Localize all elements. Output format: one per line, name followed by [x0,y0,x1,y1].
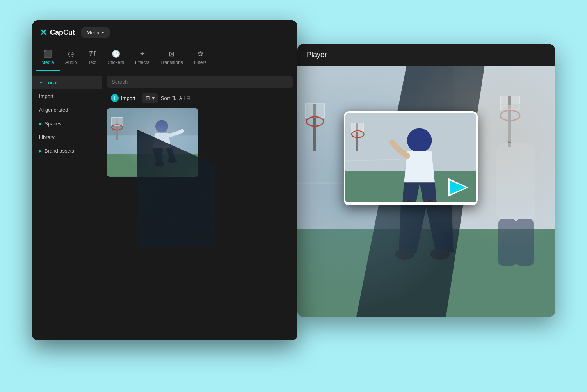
skater-image [107,108,198,177]
logo: ✕ CapCut [40,28,75,38]
text-icon: TI [89,50,96,58]
svg-rect-3 [116,117,118,140]
audio-icon: ◷ [68,50,74,58]
sidebar-import-label: Import [39,93,53,99]
svg-rect-2 [107,135,198,154]
search-input[interactable] [107,76,293,88]
import-button[interactable]: + Import [107,92,139,104]
sidebar-item-local[interactable]: ▼ Local [32,76,102,89]
sort-label: Sort [161,95,170,101]
tab-transitions-label: Transitions [160,60,183,65]
svg-rect-0 [107,108,198,177]
menu-button[interactable]: Menu [81,27,110,38]
filters-icon: ✿ [197,50,203,58]
sort-icon: ⇅ [172,95,176,101]
tab-audio-label: Audio [65,60,77,65]
filter-icon: ⊟ [186,95,190,101]
player-header: Player [297,44,555,66]
sidebar-item-spaces[interactable]: ▶ Spaces [32,117,102,130]
stickers-icon: 🕐 [112,50,120,58]
tab-filters-label: Filters [194,60,207,65]
svg-point-7 [155,162,164,166]
svg-rect-22 [498,219,516,266]
grid-view-button[interactable]: ⊞ ▾ [142,93,158,103]
player-title: Player [307,51,327,59]
tab-media[interactable]: ⬛ Media [36,45,60,71]
spaces-arrow-icon: ▶ [39,121,42,126]
sidebar-library-label: Library [39,134,55,140]
sidebar-item-import[interactable]: Import [32,89,102,103]
svg-rect-33 [352,123,364,131]
grid-chevron-icon: ▾ [152,95,155,101]
svg-rect-4 [112,117,123,125]
sidebar-item-library[interactable]: Library [32,130,102,144]
tab-stickers[interactable]: 🕐 Stickers [102,45,130,71]
svg-rect-10 [297,221,555,317]
svg-point-6 [155,120,168,133]
filter-button[interactable]: All ⊟ [179,95,190,101]
tab-stickers-label: Stickers [107,60,124,65]
preview-popup[interactable] [344,111,478,205]
svg-rect-23 [516,219,534,266]
media-area: + Import ⊞ ▾ Sort ⇅ All ⊟ [102,71,297,340]
svg-point-20 [496,104,535,143]
transitions-icon: ⊠ [169,50,174,58]
sidebar-spaces-label: Spaces [44,121,61,127]
svg-rect-14 [313,104,316,151]
svg-point-19 [500,110,520,121]
sidebar-item-brand-assets[interactable]: ▶ Brand assets [32,144,102,158]
brand-arrow-icon: ▶ [39,149,42,153]
tab-media-label: Media [41,60,54,65]
import-label: Import [121,95,135,101]
logo-icon: ✕ [40,28,47,38]
sidebar-item-ai[interactable]: AI generated [32,103,102,117]
tab-text-label: Text [88,60,96,65]
toolbar: ⬛ Media ◷ Audio TI Text 🕐 Stickers ✦ Eff… [32,45,297,71]
svg-point-16 [306,117,324,126]
svg-point-26 [395,249,414,260]
tab-filters[interactable]: ✿ Filters [189,45,212,71]
sidebar-brand-label: Brand assets [44,148,74,154]
svg-point-36 [407,128,432,153]
svg-rect-17 [508,96,511,147]
local-arrow-icon: ▼ [39,80,43,85]
svg-point-27 [430,249,450,260]
svg-rect-1 [107,149,198,176]
svg-rect-15 [305,104,325,118]
plus-circle-icon: + [111,94,119,102]
sidebar: ▼ Local Import AI generated ▶ Spaces Lib… [32,71,102,340]
svg-rect-18 [500,96,520,110]
editor-panel: ✕ CapCut Menu ⬛ Media ◷ Audio TI Text 🕐 … [32,20,297,340]
tab-text[interactable]: TI Text [82,45,102,71]
logo-text: CapCut [50,29,75,37]
player-content [297,66,555,317]
svg-rect-21 [496,143,535,221]
grid-icon: ⊞ [146,95,150,101]
media-grid [107,108,293,177]
content-area: ▼ Local Import AI generated ▶ Spaces Lib… [32,71,297,340]
media-toolbar: + Import ⊞ ▾ Sort ⇅ All ⊟ [107,92,293,104]
tab-effects-label: Effects [135,60,149,65]
sidebar-local-label: Local [45,80,57,86]
tab-audio[interactable]: ◷ Audio [60,45,83,71]
tab-transitions[interactable]: ⊠ Transitions [155,45,189,71]
svg-point-8 [168,159,177,163]
effects-icon: ✦ [139,50,145,58]
sidebar-ai-label: AI generated [39,107,68,113]
media-icon: ⬛ [43,50,52,58]
svg-marker-40 [450,180,466,194]
media-thumbnail-1[interactable] [107,108,198,177]
header: ✕ CapCut Menu [32,20,297,45]
play-cursor [448,177,471,199]
sort-button[interactable]: Sort ⇅ [161,95,176,101]
filter-all-label: All [179,95,185,101]
tab-effects[interactable]: ✦ Effects [130,45,155,71]
player-panel: Player [297,44,555,317]
svg-point-5 [112,125,123,130]
